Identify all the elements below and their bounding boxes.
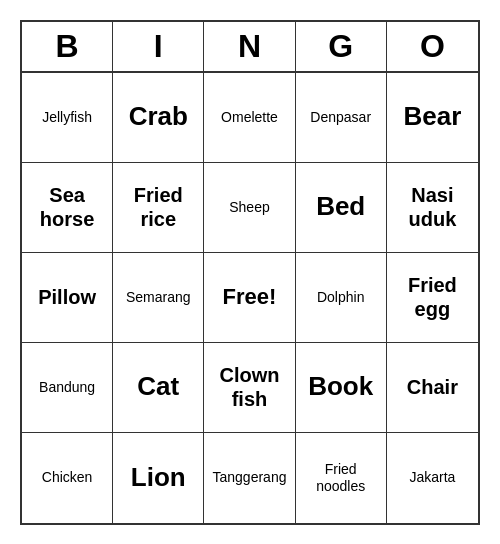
bingo-cell: Omelette bbox=[204, 73, 295, 163]
bingo-cell: Fried noodles bbox=[296, 433, 387, 523]
header-letter: B bbox=[22, 22, 113, 71]
bingo-cell: Crab bbox=[113, 73, 204, 163]
bingo-cell: Bandung bbox=[22, 343, 113, 433]
bingo-cell: Clown fish bbox=[204, 343, 295, 433]
bingo-cell: Lion bbox=[113, 433, 204, 523]
bingo-header: BINGO bbox=[22, 22, 478, 73]
bingo-grid: JellyfishCrabOmeletteDenpasarBearSea hor… bbox=[22, 73, 478, 523]
bingo-cell: Sheep bbox=[204, 163, 295, 253]
bingo-cell: Jakarta bbox=[387, 433, 478, 523]
bingo-cell: Chair bbox=[387, 343, 478, 433]
bingo-card: BINGO JellyfishCrabOmeletteDenpasarBearS… bbox=[20, 20, 480, 525]
bingo-cell: Bear bbox=[387, 73, 478, 163]
bingo-cell: Free! bbox=[204, 253, 295, 343]
bingo-cell: Book bbox=[296, 343, 387, 433]
bingo-cell: Semarang bbox=[113, 253, 204, 343]
bingo-cell: Jellyfish bbox=[22, 73, 113, 163]
bingo-cell: Nasi uduk bbox=[387, 163, 478, 253]
bingo-cell: Sea horse bbox=[22, 163, 113, 253]
bingo-cell: Denpasar bbox=[296, 73, 387, 163]
bingo-cell: Dolphin bbox=[296, 253, 387, 343]
header-letter: I bbox=[113, 22, 204, 71]
header-letter: N bbox=[204, 22, 295, 71]
bingo-cell: Chicken bbox=[22, 433, 113, 523]
bingo-cell: Pillow bbox=[22, 253, 113, 343]
bingo-cell: Fried rice bbox=[113, 163, 204, 253]
bingo-cell: Cat bbox=[113, 343, 204, 433]
bingo-cell: Bed bbox=[296, 163, 387, 253]
header-letter: O bbox=[387, 22, 478, 71]
bingo-cell: Tanggerang bbox=[204, 433, 295, 523]
bingo-cell: Fried egg bbox=[387, 253, 478, 343]
header-letter: G bbox=[296, 22, 387, 71]
